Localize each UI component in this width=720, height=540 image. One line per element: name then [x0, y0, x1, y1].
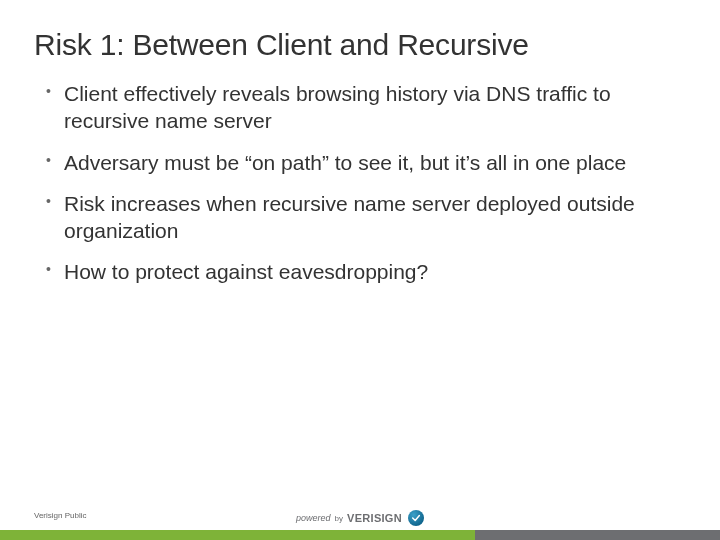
bottom-bar-gray: [475, 530, 720, 540]
powered-text: powered: [296, 513, 331, 523]
bottom-bar-green: [0, 530, 475, 540]
bullet-item: Risk increases when recursive name serve…: [46, 190, 686, 245]
bullet-item: Adversary must be “on path” to see it, b…: [46, 149, 686, 176]
slide-footer: Verisign Public powered by VERISIGN: [0, 502, 720, 540]
bullet-item: How to protect against eavesdropping?: [46, 258, 686, 285]
powered-by-badge: powered by VERISIGN: [296, 510, 424, 526]
bullet-list: Client effectively reveals browsing hist…: [34, 80, 686, 286]
verisign-check-icon: [408, 510, 424, 526]
classification-label: Verisign Public: [34, 511, 86, 520]
slide: Risk 1: Between Client and Recursive Cli…: [0, 0, 720, 540]
by-text: by: [335, 514, 343, 523]
bottom-accent-bar: [0, 530, 720, 540]
verisign-wordmark: VERISIGN: [347, 512, 402, 524]
slide-title: Risk 1: Between Client and Recursive: [34, 28, 686, 62]
bullet-item: Client effectively reveals browsing hist…: [46, 80, 686, 135]
